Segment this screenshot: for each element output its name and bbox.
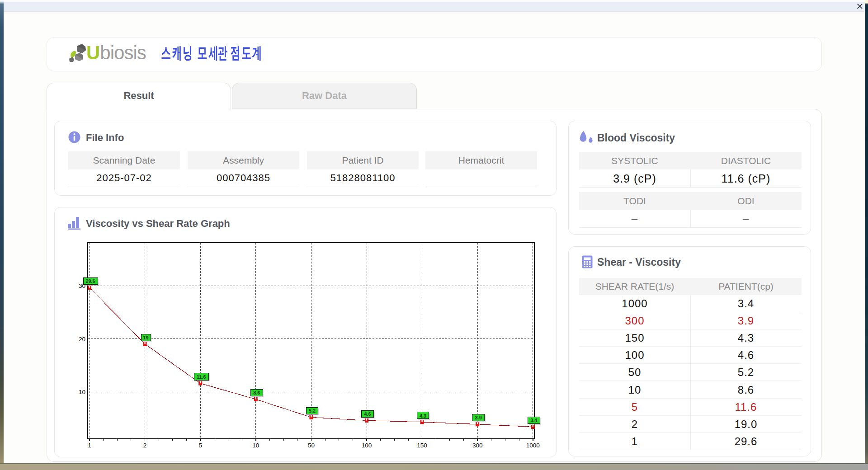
svg-text:11.6: 11.6: [197, 374, 206, 380]
svg-text:10: 10: [79, 389, 85, 395]
svg-text:20: 20: [79, 336, 85, 343]
svg-text:1000: 1000: [526, 442, 540, 449]
svg-text:3.9: 3.9: [475, 415, 482, 420]
svg-text:10: 10: [252, 442, 259, 449]
svg-text:8.6: 8.6: [253, 390, 260, 395]
svg-text:2: 2: [143, 442, 147, 449]
svg-text:19: 19: [143, 335, 149, 340]
svg-text:4.6: 4.6: [364, 411, 371, 417]
svg-text:4.3: 4.3: [420, 413, 426, 418]
svg-text:150: 150: [417, 442, 427, 449]
svg-text:50: 50: [308, 442, 315, 449]
svg-text:29.6: 29.6: [85, 278, 95, 284]
svg-text:3.4: 3.4: [530, 418, 537, 423]
svg-text:300: 300: [472, 442, 483, 449]
svg-text:1: 1: [88, 442, 91, 449]
svg-text:5: 5: [198, 442, 202, 449]
svg-text:5.2: 5.2: [309, 408, 316, 414]
svg-text:100: 100: [362, 442, 372, 449]
